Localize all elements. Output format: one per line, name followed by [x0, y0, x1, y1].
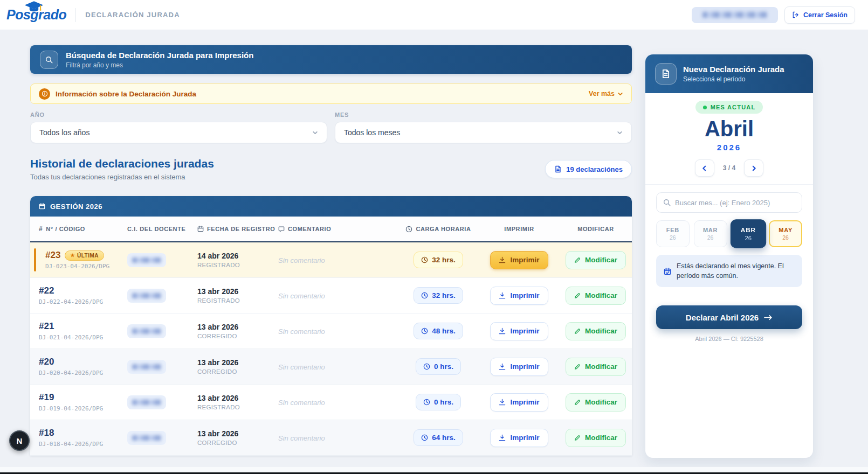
current-month-badge: MES ACTUAL: [695, 101, 763, 114]
column-header: C.I. DEL DOCENTE: [127, 226, 197, 232]
sidebar-footer-text: Abril 2026 — CI: 9225528: [695, 336, 763, 342]
clock-icon: [405, 226, 412, 233]
declaration-number: #19: [39, 392, 54, 403]
hours-badge: 64 hrs.: [414, 429, 463, 446]
chevron-right-icon: [751, 165, 757, 171]
period-note: Estás declarando el mes vigente. El perí…: [656, 255, 802, 287]
declarations-count-badge[interactable]: 19 declaraciónes: [545, 160, 632, 178]
info-bar-label: Información sobre la Declaración Jurada: [56, 90, 196, 98]
history-subtitle: Todas tus declaraciones registradas en e…: [30, 173, 214, 181]
column-header: #N° / CÓDIGO: [30, 226, 127, 232]
declaration-number: #23: [45, 250, 60, 261]
ultima-badge: ★ ÚLTIMA: [65, 250, 104, 261]
month-chip-abbr: ABR: [740, 226, 755, 233]
print-button[interactable]: Imprimir: [490, 429, 548, 447]
pencil-icon: [574, 364, 581, 370]
month-chip-mar[interactable]: MAR 26: [694, 220, 727, 247]
print-button[interactable]: Imprimir: [490, 287, 548, 305]
hours-badge: 32 hrs.: [414, 287, 463, 304]
month-search-input[interactable]: [675, 199, 795, 207]
month-chip-year: 26: [670, 234, 676, 241]
column-header: IMPRIMIR: [479, 226, 560, 232]
document-icon: [554, 165, 562, 173]
selected-month: Abril: [705, 118, 754, 140]
period-note-text: Estás declarando el mes vigente. El perí…: [677, 261, 795, 281]
chevron-left-icon: [701, 165, 707, 171]
comment-icon: [278, 226, 285, 232]
info-bar[interactable]: Información sobre la Declaración Jurada …: [30, 83, 632, 104]
user-name-redacted: [692, 7, 778, 23]
calendar-icon: [197, 226, 204, 232]
month-chip-row: FEB 26 MAR 26 ABR 26 MAY 26: [656, 220, 802, 247]
status-label: CORREGIDO: [197, 440, 278, 446]
logout-icon: [792, 11, 799, 18]
print-button[interactable]: Imprimir: [490, 322, 548, 340]
star-icon: ★: [70, 253, 75, 258]
comment-text: Sin comentario: [278, 327, 325, 336]
status-label: REGISTRADO: [197, 297, 278, 304]
modify-button[interactable]: Modificar: [566, 358, 626, 376]
new-declaration-card: Nueva Declaración Jurada Seleccioná el p…: [645, 54, 813, 458]
floating-bubble[interactable]: N: [9, 430, 30, 451]
chevron-down-icon: [312, 130, 318, 136]
clock-icon: [423, 363, 430, 370]
print-button[interactable]: Imprimir: [490, 393, 548, 412]
declare-button[interactable]: Declarar Abril 2026: [656, 305, 802, 329]
divider: [645, 184, 813, 185]
clock-icon: [421, 327, 428, 334]
graduation-cap-icon: [24, 1, 44, 13]
month-chip-may[interactable]: MAY 26: [769, 220, 802, 247]
declaration-number: #21: [39, 321, 54, 332]
column-header: FECHA DE REGISTRO: [197, 226, 278, 232]
status-label: CORREGIDO: [197, 333, 278, 339]
year-filter-label: AÑO: [30, 111, 327, 118]
download-icon: [499, 256, 506, 263]
declaration-number: #20: [39, 357, 54, 367]
year-select[interactable]: Todos los años: [30, 122, 327, 143]
column-header: MODIFICAR: [560, 226, 632, 232]
page-title: DECLARACIÓN JURADA: [85, 11, 180, 19]
table-row: #18 DJ-018-04-2026/DPG 13 abr 2026 CORRE…: [30, 420, 632, 456]
pencil-icon: [574, 435, 581, 441]
hours-badge: 32 hrs.: [414, 252, 463, 268]
modify-button[interactable]: Modificar: [566, 393, 626, 412]
modify-button[interactable]: Modificar: [566, 287, 626, 305]
month-chip-abr[interactable]: ABR 26: [730, 219, 766, 248]
month-search[interactable]: [656, 192, 802, 213]
modify-button[interactable]: Modificar: [566, 251, 626, 269]
download-icon: [499, 399, 506, 406]
modify-button[interactable]: Modificar: [566, 322, 626, 340]
status-label: REGISTRADO: [197, 262, 278, 268]
month-chip-year: 26: [707, 234, 714, 241]
month-chip-feb[interactable]: FEB 26: [656, 220, 690, 247]
table-row: #22 DJ-022-04-2026/DPG 13 abr 2026 REGIS…: [30, 278, 632, 313]
declaration-code: DJ-021-04-2026/DPG: [39, 334, 127, 341]
logout-button[interactable]: Cerrar Sesión: [784, 6, 855, 24]
posgrado-logo[interactable]: Posgrado: [6, 7, 66, 23]
month-chip-year: 26: [782, 234, 789, 241]
download-icon: [499, 434, 506, 441]
pencil-icon: [574, 257, 581, 263]
month-select[interactable]: Todos los meses: [335, 122, 632, 143]
download-icon: [499, 292, 506, 299]
print-button[interactable]: Imprimir: [490, 358, 548, 376]
clock-icon: [421, 434, 428, 441]
top-bar: Posgrado DECLARACIÓN JURADA Cerrar Sesió…: [0, 0, 868, 30]
comment-text: Sin comentario: [278, 399, 325, 407]
next-month-button[interactable]: [744, 159, 763, 177]
table-header: GESTIÓN 2026: [30, 196, 632, 217]
ci-redacted-chip: [127, 395, 166, 409]
prev-month-button[interactable]: [695, 159, 714, 177]
declaration-code: DJ-018-04-2026/DPG: [39, 441, 127, 448]
table-column-headers: #N° / CÓDIGOC.I. DEL DOCENTEFECHA DE REG…: [30, 217, 632, 242]
pencil-icon: [574, 292, 581, 299]
table-body: #23 ★ ÚLTIMA DJ-023-04-2026/DPG 14 abr 2…: [30, 242, 632, 456]
modify-button[interactable]: Modificar: [566, 429, 626, 447]
status-label: REGISTRADO: [197, 404, 278, 410]
ver-mas-link[interactable]: Ver más: [589, 90, 623, 97]
month-filter-label: MES: [335, 111, 632, 118]
print-button[interactable]: Imprimir: [490, 251, 548, 269]
table-row: #21 DJ-021-04-2026/DPG 13 abr 2026 CORRE…: [30, 313, 632, 349]
filters: AÑO Todos los años MES Todos los meses: [30, 111, 632, 143]
declarations-table: GESTIÓN 2026 #N° / CÓDIGOC.I. DEL DOCENT…: [30, 196, 632, 456]
